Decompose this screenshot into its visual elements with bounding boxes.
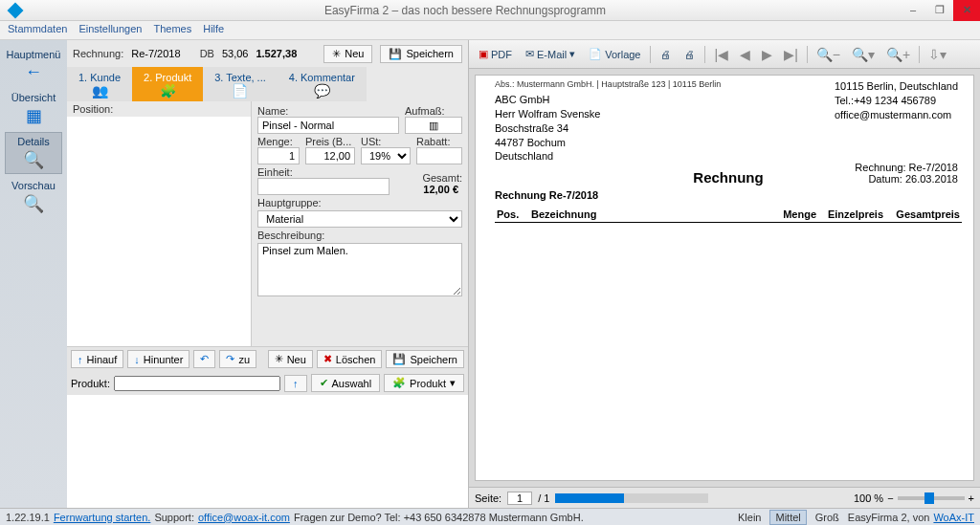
tab-texte[interactable]: 3. Texte, ...📄 [203,67,278,101]
comment-icon: 💬 [314,83,330,98]
zoom-controls: 100 % − + [854,492,974,504]
nav-details[interactable]: Details 🔍 [5,132,62,174]
hinunter-button[interactable]: ↓Hinunter [127,350,189,368]
nav-vorschau[interactable]: Vorschau 🔍 [5,176,62,218]
speichern-button[interactable]: 💾Speichern [380,45,462,63]
page-scrollbar[interactable] [555,493,708,503]
maximize-button[interactable]: ❐ [926,0,953,21]
product-form: Name: Aufmaß: ▥ Menge: Preis (B... USt:1… [252,101,468,346]
name-label: Name: [257,105,399,117]
zoom-in-button[interactable]: 🔍+ [883,47,913,62]
produkt-label: Produkt: [71,378,110,389]
menu-stammdaten[interactable]: Stammdaten [8,23,67,37]
produkt-dropdown-button[interactable]: 🧩Produkt ▾ [384,374,464,392]
last-page-button[interactable]: ▶| [781,47,801,62]
minimize-button[interactable]: – [900,0,926,21]
side-nav: Hauptmenü ← Übersicht ▦ Details 🔍 Vorsch… [0,40,67,508]
size-gross-button[interactable]: Groß [811,511,844,524]
page-of: / 1 [538,492,549,504]
product-label: EasyFirma 2, von [848,512,930,523]
save-icon: 💾 [389,48,402,60]
redo-button[interactable]: ↷zu [219,350,256,368]
zoom-out-button[interactable]: 🔍− [813,47,843,62]
position-buttons: ↑Hinauf ↓Hinunter ↶ ↷zu ✳Neu ✖Löschen 💾S… [67,346,468,371]
aufmass-button[interactable]: ▥ [405,117,462,134]
nav-hauptmenu[interactable]: Hauptmenü ← [5,44,62,86]
einheit-label: Einheit: [257,166,390,178]
zoom-plus-button[interactable]: + [969,492,974,504]
app-logo-icon [8,2,24,18]
arrow-up-icon: ↑ [293,378,299,389]
zoom-button[interactable]: 🔍▾ [849,47,878,62]
menu-einstellungen[interactable]: Einstellungen [78,23,142,37]
pos-speichern-button[interactable]: 💾Speichern [386,350,464,368]
tab-produkt[interactable]: 2. Produkt🧩 [132,67,203,101]
brand-link[interactable]: WoAx-IT [933,512,974,523]
support-text: Fragen zur Demo? Tel: +43 650 6342878 Mu… [294,512,584,523]
undo-button[interactable]: ↶ [193,350,215,368]
neu-button[interactable]: ✳Neu [323,45,372,63]
beschreibung-label: Beschreibung: [257,230,462,241]
support-email-link[interactable]: office@woax-it.com [198,512,290,523]
beschreibung-input[interactable]: Pinsel zum Malen. [257,243,462,296]
page-input[interactable] [507,492,532,505]
status-bar: 1.22.19.1 Fernwartung starten. Support: … [0,508,980,525]
preis-input[interactable] [305,147,355,164]
tab-kunde[interactable]: 1. Kunde👥 [67,67,132,101]
editor-panel: Rechnung: Re-7/2018 DB 53,06 1.527,38 ✳N… [67,40,469,508]
nav-label: Übersicht [11,92,56,103]
hinauf-button[interactable]: ↑Hinauf [71,350,123,368]
export-button[interactable]: ⇩▾ [925,47,949,62]
menu-themes[interactable]: Themes [153,23,191,37]
window-title: EasyFirma 2 – das noch bessere Rechnungs… [31,4,900,17]
size-mittel-button[interactable]: Mittel [769,510,806,525]
zoom-minus-button[interactable]: − [887,492,893,504]
einheit-input[interactable] [257,178,390,195]
undo-icon: ↶ [200,353,209,365]
search-up-button[interactable]: ↑ [284,375,307,392]
star-icon: ✳ [275,353,283,365]
arrow-left-icon: ← [25,62,42,82]
size-klein-button[interactable]: Klein [733,511,766,524]
preis-label: Preis (B... [305,136,355,147]
hauptgruppe-label: Hauptgruppe: [257,197,462,208]
pager-bar: Seite: / 1 100 % − + [469,487,980,508]
arrow-up-icon: ↑ [78,354,83,365]
doc-label: Rechnung: [73,48,123,59]
name-input[interactable] [257,117,399,134]
next-page-button[interactable]: ▶ [759,47,775,62]
print-button[interactable]: 🖨 [657,47,675,62]
produkt-search-input[interactable] [114,376,280,391]
tab-kommentar[interactable]: 4. Kommentar💬 [278,67,367,101]
loeschen-button[interactable]: ✖Löschen [317,350,383,368]
zoom-slider[interactable] [898,496,965,500]
mail-icon: ✉ [525,48,534,60]
rabatt-input[interactable] [416,147,462,164]
hauptgruppe-select[interactable]: Material [257,210,462,228]
company-block: 10115 Berlin, Deutschland Tel.:+49 1234 … [835,79,958,122]
close-button[interactable]: ✕ [953,0,980,21]
ust-label: USt: [361,136,411,147]
email-button[interactable]: ✉E-Mail ▾ [522,46,579,62]
star-icon: ✳ [332,48,341,60]
nav-uebersicht[interactable]: Übersicht ▦ [5,88,62,130]
prev-page-button[interactable]: ◀ [737,47,753,62]
menge-input[interactable] [257,147,300,164]
people-icon: 👥 [92,83,108,98]
version-label: 1.22.19.1 [6,512,50,523]
pdf-button[interactable]: ▣PDF [475,46,516,62]
title-bar: EasyFirma 2 – das noch bessere Rechnungs… [0,0,980,21]
menu-hilfe[interactable]: Hilfe [203,23,224,37]
first-page-button[interactable]: |◀ [711,47,731,62]
rabatt-label: Rabatt: [416,136,462,147]
nav-label: Details [17,136,50,147]
vorlage-button[interactable]: 📄Vorlage [585,46,644,62]
pos-neu-button[interactable]: ✳Neu [268,350,313,368]
quickprint-button[interactable]: 🖨 [680,47,699,62]
ust-select[interactable]: 19% [361,147,411,164]
arrow-down-icon: ↓ [134,354,140,365]
gesamt-value: 12,00 € [395,184,462,195]
invoice-preview: Abs.: Mustermann GmbH. | Hauptstraße 123… [475,75,974,481]
auswahl-button[interactable]: ✔Auswahl [311,374,381,392]
fernwartung-link[interactable]: Fernwartung starten. [54,512,151,523]
